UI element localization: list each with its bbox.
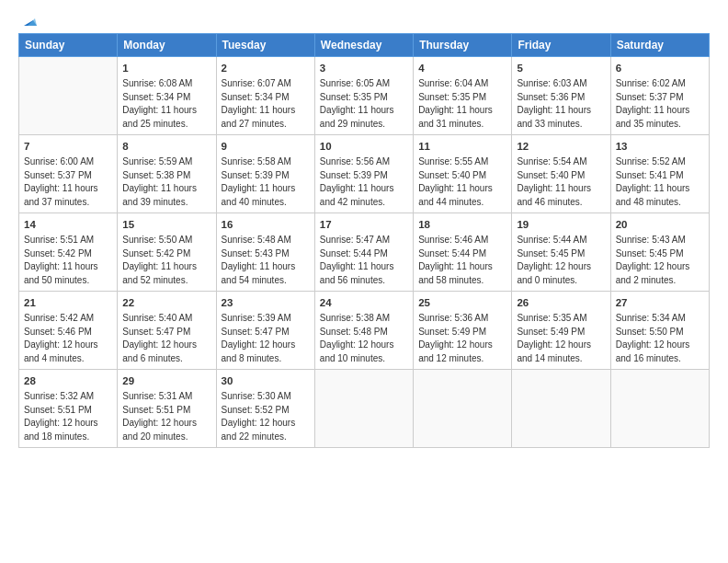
calendar-cell: 27Sunrise: 5:34 AM Sunset: 5:50 PM Dayli… [610,292,709,370]
weekday-header-row: SundayMondayTuesdayWednesdayThursdayFrid… [19,34,710,57]
day-number: 13 [616,139,704,154]
day-info: Sunrise: 5:44 AM Sunset: 5:45 PM Dayligh… [517,234,605,287]
day-info: Sunrise: 5:35 AM Sunset: 5:49 PM Dayligh… [517,312,605,365]
calendar-week-row: 14Sunrise: 5:51 AM Sunset: 5:42 PM Dayli… [19,213,710,292]
day-info: Sunrise: 5:50 AM Sunset: 5:42 PM Dayligh… [122,234,210,287]
weekday-header-wednesday: Wednesday [314,34,413,57]
day-info: Sunrise: 5:55 AM Sunset: 5:40 PM Dayligh… [418,155,506,209]
day-info: Sunrise: 5:56 AM Sunset: 5:39 PM Dayligh… [320,155,408,209]
calendar-cell [314,370,413,448]
weekday-header-monday: Monday [118,34,216,57]
day-info: Sunrise: 5:34 AM Sunset: 5:50 PM Dayligh… [616,312,704,365]
calendar-cell: 2Sunrise: 6:07 AM Sunset: 5:34 PM Daylig… [216,57,314,135]
calendar-cell: 3Sunrise: 6:05 AM Sunset: 5:35 PM Daylig… [314,57,413,135]
calendar-cell: 4Sunrise: 6:04 AM Sunset: 5:35 PM Daylig… [414,57,512,135]
day-number: 12 [517,139,605,154]
logo-icon [20,13,37,29]
calendar-cell: 29Sunrise: 5:31 AM Sunset: 5:51 PM Dayli… [118,370,216,448]
calendar-cell: 10Sunrise: 5:56 AM Sunset: 5:39 PM Dayli… [314,135,413,213]
day-number: 6 [616,61,704,75]
day-number: 24 [320,295,408,310]
day-number: 7 [24,139,112,154]
calendar-cell: 9Sunrise: 5:58 AM Sunset: 5:39 PM Daylig… [216,135,314,213]
day-number: 23 [222,295,310,310]
day-number: 3 [320,61,408,75]
day-number: 1 [122,61,210,75]
day-number: 10 [320,139,408,154]
day-number: 16 [222,217,310,232]
calendar-cell: 26Sunrise: 5:35 AM Sunset: 5:49 PM Dayli… [512,292,610,370]
calendar-cell: 13Sunrise: 5:52 AM Sunset: 5:41 PM Dayli… [610,135,709,213]
calendar-cell: 7Sunrise: 6:00 AM Sunset: 5:37 PM Daylig… [19,135,118,213]
calendar-cell: 18Sunrise: 5:46 AM Sunset: 5:44 PM Dayli… [414,213,512,292]
calendar-cell: 1Sunrise: 6:08 AM Sunset: 5:34 PM Daylig… [118,57,216,135]
weekday-header-sunday: Sunday [19,34,118,57]
day-info: Sunrise: 6:04 AM Sunset: 5:35 PM Dayligh… [418,77,506,131]
day-info: Sunrise: 6:03 AM Sunset: 5:36 PM Dayligh… [517,77,605,131]
day-info: Sunrise: 5:58 AM Sunset: 5:39 PM Dayligh… [222,155,310,209]
calendar-week-row: 7Sunrise: 6:00 AM Sunset: 5:37 PM Daylig… [19,135,710,213]
weekday-header-friday: Friday [512,34,610,57]
calendar-cell: 14Sunrise: 5:51 AM Sunset: 5:42 PM Dayli… [19,213,118,292]
calendar-cell: 12Sunrise: 5:54 AM Sunset: 5:40 PM Dayli… [512,135,610,213]
day-number: 8 [122,139,210,154]
calendar-week-row: 21Sunrise: 5:42 AM Sunset: 5:46 PM Dayli… [19,292,710,370]
day-info: Sunrise: 5:46 AM Sunset: 5:44 PM Dayligh… [418,234,506,287]
day-info: Sunrise: 5:48 AM Sunset: 5:43 PM Dayligh… [222,234,310,287]
day-info: Sunrise: 5:39 AM Sunset: 5:47 PM Dayligh… [222,312,310,365]
day-info: Sunrise: 6:02 AM Sunset: 5:37 PM Dayligh… [616,77,704,131]
calendar-cell [19,57,118,135]
day-info: Sunrise: 5:51 AM Sunset: 5:42 PM Dayligh… [24,234,112,287]
calendar-table: SundayMondayTuesdayWednesdayThursdayFrid… [18,33,710,448]
calendar-week-row: 28Sunrise: 5:32 AM Sunset: 5:51 PM Dayli… [19,370,710,448]
day-number: 27 [616,295,704,310]
day-number: 2 [222,61,310,75]
calendar-cell: 15Sunrise: 5:50 AM Sunset: 5:42 PM Dayli… [118,213,216,292]
day-number: 15 [122,217,210,232]
page: SundayMondayTuesdayWednesdayThursdayFrid… [0,0,728,563]
day-number: 26 [517,295,605,310]
day-info: Sunrise: 5:59 AM Sunset: 5:38 PM Dayligh… [122,155,210,209]
calendar-cell: 11Sunrise: 5:55 AM Sunset: 5:40 PM Dayli… [414,135,512,213]
day-number: 14 [24,217,112,232]
day-info: Sunrise: 5:40 AM Sunset: 5:47 PM Dayligh… [122,312,210,365]
calendar-cell: 28Sunrise: 5:32 AM Sunset: 5:51 PM Dayli… [19,370,118,448]
day-number: 30 [222,373,310,388]
calendar-cell: 24Sunrise: 5:38 AM Sunset: 5:48 PM Dayli… [314,292,413,370]
calendar-cell: 25Sunrise: 5:36 AM Sunset: 5:49 PM Dayli… [414,292,512,370]
day-info: Sunrise: 5:31 AM Sunset: 5:51 PM Dayligh… [122,390,210,443]
day-info: Sunrise: 5:38 AM Sunset: 5:48 PM Dayligh… [320,312,408,365]
day-number: 20 [616,217,704,232]
day-number: 28 [24,373,112,388]
calendar-cell [610,370,709,448]
day-info: Sunrise: 5:43 AM Sunset: 5:45 PM Dayligh… [616,234,704,287]
day-number: 9 [222,139,310,154]
calendar-cell [512,370,610,448]
calendar-cell: 20Sunrise: 5:43 AM Sunset: 5:45 PM Dayli… [610,213,709,292]
calendar-cell: 8Sunrise: 5:59 AM Sunset: 5:38 PM Daylig… [118,135,216,213]
calendar-cell: 16Sunrise: 5:48 AM Sunset: 5:43 PM Dayli… [216,213,314,292]
day-info: Sunrise: 6:07 AM Sunset: 5:34 PM Dayligh… [222,77,310,131]
calendar-cell: 6Sunrise: 6:02 AM Sunset: 5:37 PM Daylig… [610,57,709,135]
calendar-week-row: 1Sunrise: 6:08 AM Sunset: 5:34 PM Daylig… [19,57,710,135]
weekday-header-tuesday: Tuesday [216,34,314,57]
calendar-cell: 17Sunrise: 5:47 AM Sunset: 5:44 PM Dayli… [314,213,413,292]
day-info: Sunrise: 5:54 AM Sunset: 5:40 PM Dayligh… [517,155,605,209]
day-info: Sunrise: 5:52 AM Sunset: 5:41 PM Dayligh… [616,155,704,209]
day-number: 29 [122,373,210,388]
day-number: 22 [122,295,210,310]
calendar-cell: 19Sunrise: 5:44 AM Sunset: 5:45 PM Dayli… [512,213,610,292]
logo [18,15,37,26]
day-info: Sunrise: 6:00 AM Sunset: 5:37 PM Dayligh… [24,155,112,209]
calendar-cell: 21Sunrise: 5:42 AM Sunset: 5:46 PM Dayli… [19,292,118,370]
day-info: Sunrise: 5:36 AM Sunset: 5:49 PM Dayligh… [418,312,506,365]
calendar-cell: 22Sunrise: 5:40 AM Sunset: 5:47 PM Dayli… [118,292,216,370]
day-info: Sunrise: 5:47 AM Sunset: 5:44 PM Dayligh… [320,234,408,287]
day-info: Sunrise: 5:42 AM Sunset: 5:46 PM Dayligh… [24,312,112,365]
weekday-header-thursday: Thursday [414,34,512,57]
day-number: 25 [418,295,506,310]
day-number: 19 [517,217,605,232]
day-number: 21 [24,295,112,310]
day-info: Sunrise: 6:08 AM Sunset: 5:34 PM Dayligh… [122,77,210,131]
day-info: Sunrise: 5:32 AM Sunset: 5:51 PM Dayligh… [24,390,112,443]
